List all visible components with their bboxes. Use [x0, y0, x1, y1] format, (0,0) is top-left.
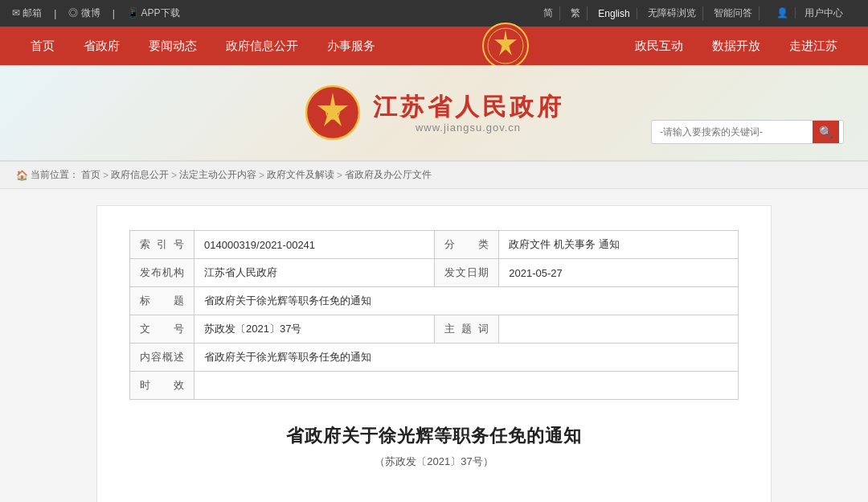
- subject-value: [499, 315, 739, 344]
- table-row: 内容概述 省政府关于徐光辉等职务任免的通知: [130, 344, 739, 372]
- nav-right: 政民互动 数据开放 走进江苏: [620, 27, 852, 65]
- header-title: 江苏省人民政府: [373, 93, 564, 121]
- breadcrumb-prefix: 当前位置：: [31, 168, 79, 182]
- header-center: 江苏省人民政府 www.jiangsu.gov.cn: [305, 84, 564, 141]
- breadcrumb-bar: 🏠 当前位置： 首页 > 政府信息公开 > 法定主动公开内容 > 政府文件及解读…: [0, 162, 868, 189]
- index-value: 014000319/2021-00241: [194, 231, 435, 259]
- search-input[interactable]: [652, 121, 813, 142]
- summary-label: 内容概述: [130, 344, 194, 372]
- nav-home[interactable]: 首页: [16, 27, 69, 65]
- breadcrumb-home[interactable]: 首页: [81, 168, 100, 182]
- user-center-link[interactable]: 👤 用户中心: [764, 6, 856, 20]
- english-link[interactable]: English: [592, 8, 637, 19]
- category-label: 分 类: [435, 231, 499, 259]
- national-emblem: [481, 22, 530, 70]
- nav-left: 首页 省政府 要闻动态 政府信息公开 办事服务: [16, 27, 390, 65]
- breadcrumb-legal-open[interactable]: 法定主动公开内容: [179, 168, 256, 182]
- main-nav: 首页 省政府 要闻动态 政府信息公开 办事服务 政民互动 数据开放 走进江苏: [0, 27, 868, 65]
- validity-label: 时 效: [130, 372, 194, 400]
- date-label: 发文日期: [435, 259, 499, 287]
- table-row: 索 引 号 014000319/2021-00241 分 类 政府文件 机关事务…: [130, 231, 739, 259]
- search-button[interactable]: 🔍: [813, 121, 839, 143]
- top-bar-left: ✉ 邮箱 | ◎ 微博 | 📱 APP下载: [12, 6, 180, 20]
- publisher-label: 发布机构: [130, 259, 194, 287]
- sep1: |: [54, 8, 56, 19]
- nav-news[interactable]: 要闻动态: [134, 27, 211, 65]
- nav-about-jiangsu[interactable]: 走进江苏: [775, 27, 852, 65]
- nav-interaction[interactable]: 政民互动: [620, 27, 698, 65]
- top-bar-right: 简 繁 English 无障碍浏览 智能问答 👤 用户中心: [537, 6, 856, 20]
- info-table: 索 引 号 014000319/2021-00241 分 类 政府文件 机关事务…: [129, 230, 739, 400]
- validity-value: [194, 372, 739, 400]
- home-icon: 🏠: [16, 170, 28, 181]
- user-icon: 👤: [770, 7, 796, 19]
- index-label: 索 引 号: [130, 231, 194, 259]
- phone-icon: 📱: [127, 7, 139, 19]
- search-box: 🔍: [651, 120, 844, 144]
- table-row: 发布机构 江苏省人民政府 发文日期 2021-05-27: [130, 259, 739, 287]
- breadcrumb-current: 省政府及办公厅文件: [345, 168, 432, 182]
- sep2: |: [113, 8, 115, 19]
- table-row: 文 号 苏政发〔2021〕37号 主 题 词: [130, 315, 739, 344]
- subject-label: 主 题 词: [435, 315, 499, 344]
- app-link[interactable]: 📱 APP下载: [127, 6, 180, 20]
- nav-logo-space: [390, 22, 620, 70]
- nav-info-open[interactable]: 政府信息公开: [211, 27, 313, 65]
- breadcrumb-docs[interactable]: 政府文件及解读: [267, 168, 334, 182]
- title-value: 省政府关于徐光辉等职务任免的通知: [194, 287, 739, 315]
- doc-number: （苏政发〔2021〕37号）: [129, 455, 739, 469]
- header-title-block: 江苏省人民政府 www.jiangsu.gov.cn: [373, 93, 564, 134]
- header-url: www.jiangsu.gov.cn: [373, 121, 564, 134]
- mail-icon: ✉: [12, 7, 20, 19]
- date-value: 2021-05-27: [499, 259, 739, 287]
- publisher-value: 江苏省人民政府: [194, 259, 435, 287]
- accessibility-link[interactable]: 无障碍浏览: [641, 6, 703, 20]
- docnum-label: 文 号: [130, 315, 194, 344]
- ai-link[interactable]: 智能问答: [707, 6, 760, 20]
- header-emblem: [305, 84, 361, 141]
- mail-link[interactable]: ✉ 邮箱: [12, 6, 42, 20]
- title-label: 标 题: [130, 287, 194, 315]
- table-row: 标 题 省政府关于徐光辉等职务任免的通知: [130, 287, 739, 315]
- table-row: 时 效: [130, 372, 739, 400]
- summary-value: 省政府关于徐光辉等职务任免的通知: [194, 344, 739, 372]
- breadcrumb-info-open[interactable]: 政府信息公开: [111, 168, 169, 182]
- nav-data-open[interactable]: 数据开放: [698, 27, 775, 65]
- doc-container: 索 引 号 014000319/2021-00241 分 类 政府文件 机关事务…: [96, 205, 772, 502]
- header-banner: 江苏省人民政府 www.jiangsu.gov.cn 🔍: [0, 65, 868, 162]
- header-logo: 江苏省人民政府 www.jiangsu.gov.cn: [305, 84, 564, 141]
- docnum-value: 苏政发〔2021〕37号: [194, 315, 435, 344]
- category-value: 政府文件 机关事务 通知: [499, 231, 739, 259]
- simplified-link[interactable]: 简: [537, 6, 560, 20]
- weibo-icon: ◎: [68, 7, 78, 19]
- traditional-link[interactable]: 繁: [564, 6, 588, 20]
- svg-point-3: [501, 41, 510, 51]
- weibo-link[interactable]: ◎ 微博: [68, 6, 100, 20]
- doc-title: 省政府关于徐光辉等职务任免的通知: [129, 424, 739, 448]
- nav-province-gov[interactable]: 省政府: [69, 27, 134, 65]
- nav-services[interactable]: 办事服务: [313, 27, 390, 65]
- content-area: 索 引 号 014000319/2021-00241 分 类 政府文件 机关事务…: [0, 189, 868, 502]
